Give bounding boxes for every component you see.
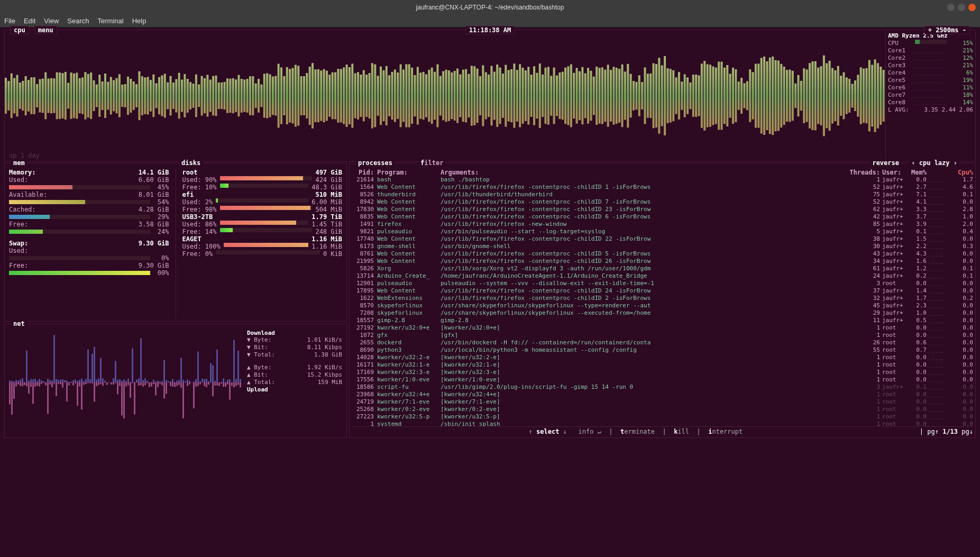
- svg-rect-258: [738, 81, 740, 109]
- svg-rect-33: [98, 75, 100, 117]
- menu-file[interactable]: File: [4, 17, 15, 25]
- table-row[interactable]: 17895Web Content/usr/lib/firefox/firefox…: [352, 287, 973, 295]
- svg-rect-273: [780, 64, 782, 127]
- menu-edit[interactable]: Edit: [24, 17, 35, 25]
- svg-rect-392: [96, 380, 97, 382]
- menu-help[interactable]: Help: [132, 17, 146, 25]
- table-row[interactable]: 27192kworker/u32:0+e[kworker/u32:0+e]1ro…: [352, 324, 973, 332]
- table-row[interactable]: 24719kworker/7:1-eve[kworker/7:1-eve]1ro…: [352, 398, 973, 406]
- svg-rect-326: [26, 351, 28, 382]
- table-row[interactable]: 6173gnome-shell/usr/bin/gnome-shell30jau…: [352, 243, 973, 250]
- svg-rect-168: [482, 65, 484, 126]
- cpu-panel: cpu menu 11:18:38 AM + 2500ms - AMD Ryze…: [4, 30, 976, 162]
- table-row[interactable]: 8761Web Content/usr/lib/firefox/firefox …: [352, 250, 973, 258]
- svg-rect-130: [374, 65, 376, 127]
- svg-rect-177: [508, 70, 510, 121]
- table-row[interactable]: 18557gimp-2.8gimp-2.811jaufr+0.5⣀⣀⣀⣀0.0: [352, 317, 973, 324]
- table-row[interactable]: 17830Web Content/usr/lib/firefox/firefox…: [352, 206, 973, 213]
- reverse-label[interactable]: reverse: [870, 159, 901, 167]
- svg-rect-9: [30, 77, 32, 114]
- svg-rect-24: [73, 74, 75, 118]
- svg-rect-266: [761, 58, 763, 133]
- svg-rect-503: [212, 382, 214, 396]
- svg-rect-65: [189, 82, 191, 109]
- svg-rect-211: [604, 70, 606, 122]
- table-row[interactable]: 1564Web Content/usr/lib/firefox/firefox …: [352, 184, 973, 191]
- svg-rect-376: [79, 380, 80, 382]
- table-row[interactable]: 17740Web Content/usr/lib/firefox/firefox…: [352, 235, 973, 243]
- svg-rect-305: [871, 65, 873, 127]
- table-row[interactable]: 21614bashbash ./bashtop1jaufr+0.0⣀⣀⣀⣀1.7: [352, 176, 973, 184]
- table-row[interactable]: 14028kworker/u32:2-e[kworker/u32:2-e]1ro…: [352, 354, 973, 361]
- svg-rect-216: [618, 69, 620, 123]
- table-row[interactable]: 9821pulseaudio/usr/bin/pulseaudio --star…: [352, 228, 973, 235]
- table-row[interactable]: 17169kworker/u32:3-e[kworker/u32:3-e]1ro…: [352, 369, 973, 376]
- table-row[interactable]: 2655dockerd/usr/bin/dockerd -H fd:// --c…: [352, 339, 973, 346]
- svg-rect-158: [454, 71, 456, 121]
- table-row[interactable]: 5826Xorg/usr/lib/xorg/Xorg vt2 -displayf…: [352, 265, 973, 272]
- svg-rect-456: [163, 360, 165, 382]
- svg-rect-176: [505, 65, 507, 127]
- svg-rect-368: [70, 381, 72, 382]
- svg-rect-99: [286, 67, 288, 124]
- svg-rect-292: [834, 70, 836, 121]
- svg-rect-105: [303, 76, 305, 115]
- update-interval[interactable]: + 2500ms -: [924, 26, 970, 34]
- menu-view[interactable]: View: [44, 17, 59, 25]
- table-row[interactable]: 8835Web Content/usr/lib/firefox/firefox …: [352, 213, 973, 221]
- svg-rect-440: [146, 381, 148, 382]
- table-row[interactable]: 1072gfx[gfx]1root0.0⣀⣀⣀⣀0.0: [352, 332, 973, 339]
- maximize-icon[interactable]: [958, 4, 965, 11]
- table-row[interactable]: 17556kworker/1:0-eve[kworker/1:0-eve]1ro…: [352, 376, 973, 383]
- svg-rect-5: [19, 83, 21, 109]
- table-row[interactable]: 21995Web Content/usr/lib/firefox/firefox…: [352, 258, 973, 265]
- svg-rect-374: [77, 381, 78, 382]
- svg-rect-141: [405, 64, 407, 127]
- svg-rect-182: [522, 68, 524, 124]
- menu-terminal[interactable]: Terminal: [98, 17, 124, 25]
- svg-rect-57: [167, 83, 169, 109]
- svg-rect-102: [295, 65, 297, 127]
- svg-rect-429: [134, 382, 135, 414]
- table-row[interactable]: 18586script-fu/usr/lib/gimp/2.0/plug-ins…: [352, 383, 973, 391]
- filter-label[interactable]: filter: [418, 159, 445, 167]
- table-row[interactable]: 25268kworker/0:2-eve[kworker/0:2-eve]1ro…: [352, 406, 973, 413]
- svg-rect-435: [140, 382, 142, 385]
- sort-label[interactable]: ‹ cpu lazy ›: [909, 159, 959, 167]
- svg-rect-474: [182, 380, 184, 382]
- svg-rect-251: [718, 62, 720, 130]
- table-row[interactable]: 1622WebExtensions/usr/lib/firefox/firefo…: [352, 295, 973, 302]
- table-row[interactable]: 23968kworker/u32:4+e[kworker/u32:4+e]1ro…: [352, 391, 973, 398]
- svg-rect-170: [488, 75, 490, 117]
- table-row[interactable]: 8570skypeforlinux/usr/share/skypeforlinu…: [352, 302, 973, 309]
- svg-rect-192: [550, 76, 552, 115]
- svg-rect-96: [278, 64, 280, 128]
- minimize-icon[interactable]: [947, 4, 955, 11]
- table-row[interactable]: 8942Web Content/usr/lib/firefox/firefox …: [352, 198, 973, 206]
- table-row[interactable]: 8526thunderbird/usr/lib/thunderbird/thun…: [352, 191, 973, 198]
- table-row[interactable]: 7208skypeforlinux/usr/share/skypeforlinu…: [352, 309, 973, 317]
- table-row[interactable]: 1systemd/sbin/init splash1root0.0⣀⣀⣀⣀0.0: [352, 421, 973, 426]
- table-row[interactable]: 1491firefox/usr/lib/firefox/firefox -new…: [352, 221, 973, 228]
- svg-rect-144: [414, 75, 416, 116]
- svg-rect-22: [67, 83, 69, 109]
- svg-rect-56: [164, 74, 166, 117]
- table-row[interactable]: 27223kworker/u32:5-p[kworker/u32:5-p]1ro…: [352, 413, 973, 421]
- table-row[interactable]: 8690python3/usr/local/bin/python3 -m hom…: [352, 346, 973, 354]
- close-icon[interactable]: [968, 4, 976, 11]
- svg-rect-505: [214, 382, 216, 386]
- table-row[interactable]: 13714Arduino_Create_/home/jaufranc/Ardui…: [352, 272, 973, 280]
- table-row[interactable]: 16171kworker/u32:1-e[kworker/u32:1-e]1ro…: [352, 361, 973, 369]
- table-row[interactable]: 12901pulseaudiopulseaudio --system --vvv…: [352, 280, 973, 287]
- svg-rect-416: [121, 380, 123, 382]
- svg-rect-221: [633, 81, 635, 111]
- cpu-graph: [5, 30, 885, 161]
- svg-rect-506: [216, 350, 218, 382]
- svg-rect-320: [20, 380, 21, 382]
- svg-rect-71: [206, 75, 208, 117]
- svg-rect-336: [36, 381, 38, 382]
- svg-rect-60: [175, 79, 177, 113]
- proc-body[interactable]: 21614bashbash ./bashtop1jaufr+0.0⣀⣀⣀⣀1.7…: [352, 176, 973, 426]
- menu-search[interactable]: Search: [67, 17, 89, 25]
- svg-rect-155: [445, 70, 447, 122]
